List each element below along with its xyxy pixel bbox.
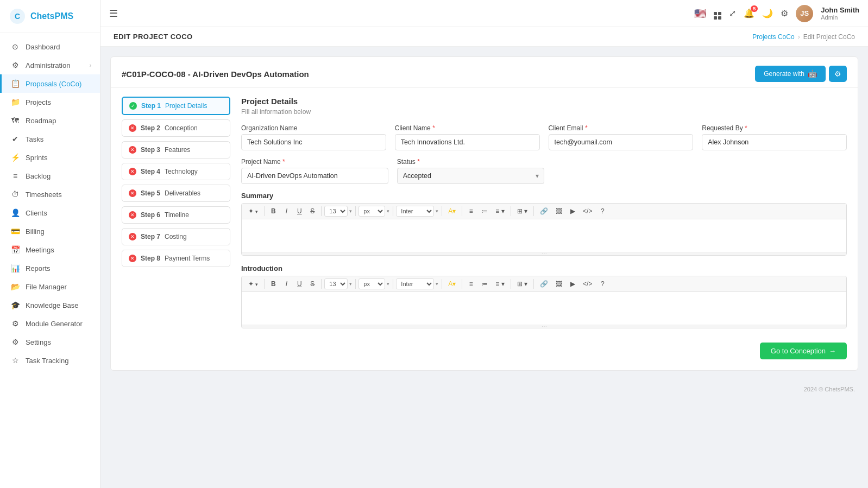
client-name-input[interactable]: [395, 134, 540, 150]
step-7-dot: ✕: [129, 233, 136, 240]
sidebar-item-reports[interactable]: 📊 Reports: [0, 259, 100, 277]
rte-help-button[interactable]: ?: [596, 206, 608, 217]
rte2-underline-button[interactable]: U: [293, 278, 305, 289]
project-name-input[interactable]: [241, 168, 388, 184]
sidebar-item-settings[interactable]: ⚙ Settings: [0, 333, 100, 351]
rte-unordered-list-button[interactable]: ≡: [465, 206, 477, 217]
introduction-rte-body[interactable]: [242, 292, 846, 325]
language-flag-icon[interactable]: 🇺🇸: [694, 8, 706, 20]
generate-label: Generate with: [764, 70, 804, 78]
grid-apps-icon[interactable]: [714, 8, 721, 20]
rte-strikethrough-button[interactable]: S: [306, 206, 318, 217]
org-name-input[interactable]: [241, 134, 386, 150]
rte2-align-button[interactable]: ≡ ▾: [492, 278, 507, 289]
sidebar-item-administration[interactable]: ⚙ Administration ›: [0, 56, 100, 74]
rte2-ordered-list-button[interactable]: ≔: [478, 278, 491, 289]
page-title: EDIT PROJECT COCO: [114, 33, 193, 41]
sidebar-item-proposals[interactable]: 📋 Proposals (CoCo): [0, 74, 100, 93]
rte2-unordered-list-button[interactable]: ≡: [465, 278, 477, 289]
notifications-icon[interactable]: 🔔 5: [744, 8, 754, 18]
sidebar-label-clients: Clients: [26, 209, 47, 217]
requested-by-group: Requested By *: [702, 124, 847, 150]
roadmap-icon: 🗺: [10, 116, 20, 125]
introduction-rte-resize[interactable]: [242, 325, 846, 328]
rte2-table-button[interactable]: ⊞ ▾: [514, 278, 531, 289]
rte2-magic-btn[interactable]: ✦ ▾: [245, 278, 261, 289]
rte2-strikethrough-button[interactable]: S: [306, 278, 318, 289]
gear-icon[interactable]: ⚙: [781, 8, 788, 18]
sidebar-item-tasks[interactable]: ✔ Tasks: [0, 130, 100, 148]
sidebar-item-module-generator[interactable]: ⚙ Module Generator: [0, 314, 100, 333]
sidebar-label-proposals: Proposals (CoCo): [26, 80, 81, 88]
generate-settings-button[interactable]: ⚙: [829, 66, 847, 82]
rte2-sep-6: [462, 279, 462, 289]
rte-align-button[interactable]: ≡ ▾: [492, 206, 507, 217]
step-8-item[interactable]: ✕ Step 8 Payment Terms: [122, 250, 230, 267]
sidebar-item-roadmap[interactable]: 🗺 Roadmap: [0, 111, 100, 130]
rte2-bold-button[interactable]: B: [267, 278, 279, 289]
rte-color-button[interactable]: A▾: [445, 206, 459, 217]
rte-magic-btn[interactable]: ✦ ▾: [245, 206, 261, 217]
rte2-help-button[interactable]: ?: [596, 278, 608, 289]
rte2-code-button[interactable]: </>: [580, 278, 595, 289]
requested-by-input[interactable]: [702, 134, 847, 150]
placeholder-group: [553, 158, 847, 184]
rte-font-select[interactable]: InterArialGeorgia: [396, 206, 434, 217]
rte2-color-button[interactable]: A▾: [445, 278, 459, 289]
rte-video-button[interactable]: ▶: [567, 206, 578, 217]
rte2-video-button[interactable]: ▶: [567, 278, 578, 289]
summary-rte-resize[interactable]: [242, 252, 846, 255]
breadcrumb-parent[interactable]: Projects CoCo: [752, 33, 794, 41]
step-5-item[interactable]: ✕ Step 5 Deliverables: [122, 185, 230, 202]
rte-underline-button[interactable]: U: [293, 206, 305, 217]
rte-unit-select[interactable]: pxemrem: [358, 206, 385, 217]
client-name-label: Client Name *: [395, 124, 540, 132]
rte-font-size-select[interactable]: 13111416: [324, 206, 348, 217]
menu-toggle-icon[interactable]: ☰: [109, 8, 118, 20]
rte2-link-button[interactable]: 🔗: [537, 278, 551, 289]
summary-rte-body[interactable]: [242, 219, 846, 252]
sidebar-item-meetings[interactable]: 📅 Meetings: [0, 240, 100, 259]
go-to-conception-button[interactable]: Go to Conception →: [760, 343, 847, 359]
rte-italic-button[interactable]: I: [280, 206, 292, 217]
sidebar-item-projects[interactable]: 📁 Projects: [0, 93, 100, 111]
rte-bold-button[interactable]: B: [267, 206, 279, 217]
rte-code-button[interactable]: </>: [580, 206, 595, 217]
rte2-unit-select[interactable]: pxemrem: [358, 278, 385, 289]
rte-table-button[interactable]: ⊞ ▾: [514, 206, 531, 217]
step-3-item[interactable]: ✕ Step 3 Features: [122, 141, 230, 159]
step-2-num: Step 2: [141, 124, 160, 132]
avatar[interactable]: JS: [796, 5, 813, 22]
settings-gear-icon: ⚙: [834, 69, 841, 78]
step-4-item[interactable]: ✕ Step 4 Technology: [122, 163, 230, 180]
generate-with-ai-button[interactable]: Generate with 🤖: [755, 66, 826, 82]
rte2-font-size-select[interactable]: 13111416: [324, 278, 348, 289]
rte2-image-button[interactable]: 🖼: [552, 278, 565, 289]
step-2-item[interactable]: ✕ Step 2 Conception: [122, 119, 230, 137]
rte2-italic-button[interactable]: I: [280, 278, 292, 289]
sidebar-item-clients[interactable]: 👤 Clients: [0, 204, 100, 222]
step-7-item[interactable]: ✕ Step 7 Costing: [122, 228, 230, 245]
client-email-input[interactable]: [549, 134, 694, 150]
step-6-item[interactable]: ✕ Step 6 Timeline: [122, 206, 230, 224]
sidebar-item-knowledge-base[interactable]: 🎓 Knowledge Base: [0, 296, 100, 314]
status-select[interactable]: Accepted Pending Rejected In Progress: [397, 168, 544, 184]
sidebar-item-sprints[interactable]: ⚡ Sprints: [0, 148, 100, 167]
sidebar-item-backlog[interactable]: ≡ Backlog: [0, 167, 100, 185]
step-1-item[interactable]: ✓ Step 1 Project Details: [122, 97, 230, 115]
fullscreen-icon[interactable]: ⤢: [729, 8, 736, 18]
rte2-font-select[interactable]: InterArialGeorgia: [396, 278, 434, 289]
sidebar-item-timesheets[interactable]: ⏱ Timesheets: [0, 185, 100, 204]
dark-mode-icon[interactable]: 🌙: [762, 8, 773, 18]
sidebar-item-dashboard[interactable]: ⊙ Dashboard: [0, 37, 100, 56]
rte-ordered-list-button[interactable]: ≔: [478, 206, 491, 217]
sidebar-label-file-manager: File Manager: [26, 283, 67, 291]
sidebar-item-billing[interactable]: 💳 Billing: [0, 222, 100, 240]
sidebar-item-task-tracking[interactable]: ☆ Task Tracking: [0, 351, 100, 370]
chevron-right-icon: ›: [90, 62, 91, 68]
sidebar-label-module-generator: Module Generator: [26, 320, 83, 328]
step-4-dot: ✕: [129, 168, 136, 175]
rte-link-button[interactable]: 🔗: [537, 206, 551, 217]
rte-image-button[interactable]: 🖼: [552, 206, 565, 217]
sidebar-item-file-manager[interactable]: 📂 File Manager: [0, 277, 100, 296]
